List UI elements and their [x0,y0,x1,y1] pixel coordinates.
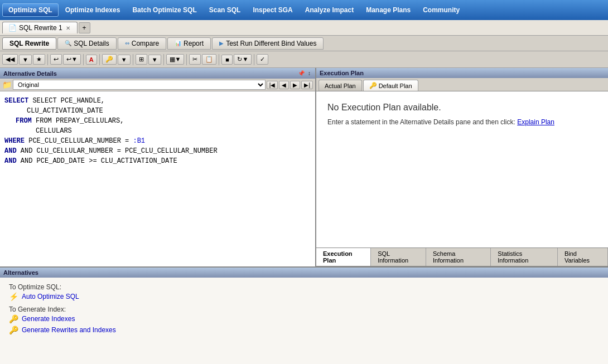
toolbar-btn-key[interactable]: 🔑 [102,54,117,65]
toolbar-separator-4 [133,54,133,65]
exec-tab-actual-label: Actual Plan [325,82,356,89]
to-optimize-section: To Optimize SQL: ⚡ Auto Optimize SQL [9,283,599,301]
toolbar-btn-a[interactable]: A [86,55,97,65]
nav-prev-btn[interactable]: ◀ [279,81,289,89]
exec-plan-content: No Execution Plan available. Enter a sta… [316,91,608,247]
bottom-tab-sql-information[interactable]: SQL Information [371,248,426,266]
toolbar-btn-cut[interactable]: ✂ [189,54,201,65]
subtab-report[interactable]: 📊 Report [167,37,211,50]
new-tab-button[interactable]: + [79,22,90,33]
subtab-compare-label: Compare [132,40,159,47]
toolbar-btn-key-drop[interactable]: ▼ [118,55,131,65]
tab-icon: 📄 [8,24,17,32]
generate-indexes-icon: 🔑 [9,314,18,323]
main-content: Alternative Details 📌 ↕ 📁 Original |◀ ◀ … [0,68,608,266]
nav-next-btn[interactable]: ▶ [290,81,300,89]
menu-optimize-indexes[interactable]: Optimize Indexes [60,4,126,16]
alternative-details-title: Alternative Details [3,70,57,77]
alternatives-title: Alternatives [3,269,38,276]
explain-plan-link[interactable]: Explain Plan [517,118,554,126]
auto-optimize-label: Auto Optimize SQL [22,293,79,300]
menu-inspect-sga[interactable]: Inspect SGA [247,4,298,16]
tab-sql-rewrite-1[interactable]: 📄 SQL Rewrite 1 ✕ [2,22,78,33]
nav-last-btn[interactable]: ▶| [301,81,313,89]
pane-pin-icon[interactable]: 📌 [297,70,306,77]
nav-first-btn[interactable]: |◀ [267,81,278,89]
toolbar-btn-refresh[interactable]: ↻▼ [234,54,252,65]
subtab-sql-details[interactable]: 🔍 SQL Details [57,37,117,50]
toolbar-separator-6 [186,54,187,65]
sql-line-4: CELLULARS [4,126,311,136]
toolbar-separator-8 [254,54,254,65]
execution-plan-header: Execution Plan [316,68,608,78]
subtab-sql-details-label: SQL Details [74,40,109,47]
toolbar-btn-1[interactable]: ◀◀ [2,54,18,65]
bottom-tab-bind-variables[interactable]: Bind Variables [558,248,608,266]
exec-bottom-tabs: Execution Plan SQL Information Schema In… [316,247,608,266]
subtab-compare[interactable]: ⇔ Compare [118,37,166,50]
subtab-sql-rewrite-label: SQL Rewrite [9,40,49,47]
toolbar-btn-undo[interactable]: ↩ [50,54,62,65]
toolbar-separator-1 [47,54,48,65]
toolbar-btn-check[interactable]: ✓ [257,54,268,65]
generate-rewrites-icon: 🔑 [9,326,18,334]
subtab-report-label: Report [184,40,204,47]
sql-code-area[interactable]: SELECT SELECT PCE_HANDLE, CLU_ACTIVATION… [0,91,315,266]
exec-plan-tabs: Actual Plan 🔑 Default Plan [316,78,608,91]
menu-manage-plans[interactable]: Manage Plans [360,4,416,16]
sql-line-7: AND AND PCE_ADD_DATE >= CLU_ACTIVATION_D… [4,156,311,166]
auto-optimize-sql-link[interactable]: ⚡ Auto Optimize SQL [9,292,599,301]
menu-community[interactable]: Community [417,4,465,16]
folder-icon: 📁 [2,80,12,89]
alternative-dropdown[interactable]: Original [13,80,266,90]
generate-indexes-link[interactable]: 🔑 Generate Indexes [9,314,599,323]
toolbar-btn-copy[interactable]: 📋 [202,54,216,65]
generate-rewrites-label: Generate Rewrites and Indexes [22,326,116,334]
sql-line-1: SELECT SELECT PCE_HANDLE, [4,96,311,106]
toolbar-separator-7 [219,54,219,65]
generate-indexes-label: Generate Indexes [22,315,75,323]
toolbar-separator-5 [163,54,164,65]
toolbar-separator-3 [99,54,100,65]
pane-header-icons: 📌 ↕ [297,70,312,77]
left-pane: Alternative Details 📌 ↕ 📁 Original |◀ ◀ … [0,68,316,266]
toolbar-btn-2[interactable]: ▼ [19,55,32,65]
toolbar-btn-grid[interactable]: ▦▼ [166,54,185,65]
exec-tab-default-label: Default Plan [379,82,412,89]
bottom-tab-statistics-information[interactable]: Statistics Information [491,248,558,266]
no-plan-title: No Execution Plan available. [327,103,597,113]
no-plan-description: Enter a statement in the Alternative Det… [327,118,597,126]
bottom-tab-schema-information[interactable]: Schema Information [426,248,491,266]
generate-rewrites-link[interactable]: 🔑 Generate Rewrites and Indexes [9,326,599,334]
alternatives-content: To Optimize SQL: ⚡ Auto Optimize SQL To … [0,278,608,340]
alternative-details-header: Alternative Details 📌 ↕ [0,68,315,79]
right-pane: Execution Plan Actual Plan 🔑 Default Pla… [316,68,608,266]
pane-collapse-icon[interactable]: ↕ [307,70,312,77]
pane-toolbar: 📁 Original |◀ ◀ ▶ ▶| [0,79,315,91]
toolbar-btn-stop[interactable]: ■ [221,55,233,65]
tab-close-button[interactable]: ✕ [65,25,71,31]
tab-label: SQL Rewrite 1 [19,24,62,32]
sql-line-2: CLU_ACTIVATION_DATE [4,106,311,116]
subtab-test-run[interactable]: ▶ Test Run Different Bind Values [212,37,324,50]
toolbar-btn-undo-drop[interactable]: ↩▼ [63,54,81,65]
toolbar-btn-table[interactable]: ⊞ [136,54,147,65]
sql-line-3: FROM FROM PREPAY_CELLULARS, [4,116,311,126]
toolbar-btn-3[interactable]: ★ [33,54,45,65]
auto-optimize-icon: ⚡ [9,292,18,301]
menu-scan-sql[interactable]: Scan SQL [204,4,247,16]
exec-tab-actual-plan[interactable]: Actual Plan [319,80,362,91]
alternatives-header: Alternatives [0,268,608,278]
menu-analyze-impact[interactable]: Analyze Impact [300,4,359,16]
exec-tab-default-plan[interactable]: 🔑 Default Plan [363,80,418,91]
execution-plan-title: Execution Plan [320,70,364,76]
toolbar-btn-table-drop[interactable]: ▼ [148,55,161,65]
bottom-tab-execution-plan[interactable]: Execution Plan [316,248,371,266]
toolbar-separator-2 [83,54,84,65]
menu-optimize-sql[interactable]: Optimize SQL [2,3,59,17]
subtab-sql-rewrite[interactable]: SQL Rewrite [2,37,56,50]
menu-bar: Optimize SQL Optimize Indexes Batch Opti… [0,0,608,20]
to-generate-label: To Generate Index: [9,305,599,313]
menu-batch-optimize-sql[interactable]: Batch Optimize SQL [127,4,202,16]
sql-line-5: WHERE PCE_CLU_CELLULAR_NUMBER = :B1 [4,136,311,146]
